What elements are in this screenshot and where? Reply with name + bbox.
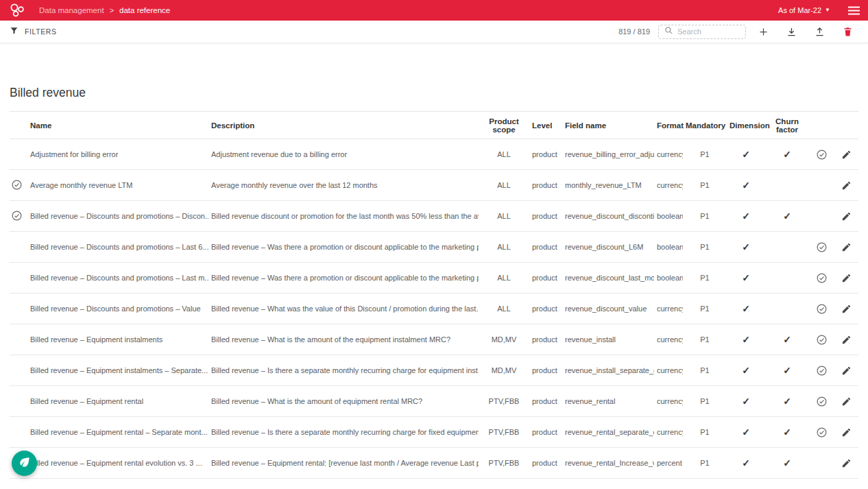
edit-button[interactable] bbox=[840, 333, 853, 346]
approve-button[interactable] bbox=[815, 425, 829, 440]
section-title: Billed revenue bbox=[10, 86, 858, 100]
cell-name: Billed revenue – Equipment instalments bbox=[27, 324, 208, 355]
churn-factor-check: ✓ bbox=[783, 427, 791, 438]
table-header: Name Description Product scope Level Fie… bbox=[10, 112, 858, 139]
cell-name: Adjustment for billing error bbox=[27, 139, 208, 170]
cell-format: percent bbox=[654, 448, 683, 479]
table-row[interactable]: Billed revenue – Equipment rental evolut… bbox=[10, 448, 858, 479]
cell-mandatory: P1 bbox=[683, 386, 727, 417]
download-button[interactable] bbox=[781, 25, 802, 39]
header-name: Name bbox=[27, 112, 208, 139]
add-button[interactable] bbox=[753, 25, 774, 39]
table-row[interactable]: Billed revenue – Equipment instalments –… bbox=[10, 355, 858, 386]
cell-mandatory: P1 bbox=[683, 448, 727, 479]
edit-button[interactable] bbox=[840, 148, 853, 161]
header-dimension: Dimension bbox=[727, 112, 765, 139]
leaf-icon bbox=[18, 455, 32, 471]
table-row[interactable]: Billed revenue – Discounts and promotion… bbox=[10, 263, 858, 294]
header-level: Level bbox=[529, 112, 562, 139]
fab-eco-button[interactable] bbox=[12, 451, 37, 476]
cell-product-scope: PTV,FBB bbox=[479, 386, 529, 417]
cell-mandatory: P1 bbox=[683, 294, 727, 324]
cell-level: product bbox=[529, 294, 562, 324]
table-row[interactable]: Billed revenue – Discounts and promotion… bbox=[10, 294, 858, 324]
cell-level: product bbox=[529, 232, 562, 263]
dimension-check: ✓ bbox=[742, 457, 750, 468]
table-row[interactable]: Billed revenue – Discounts and promotion… bbox=[10, 201, 858, 232]
menu-icon[interactable] bbox=[848, 6, 860, 15]
edit-button[interactable] bbox=[840, 210, 853, 223]
header-field-name: Field name bbox=[562, 112, 654, 139]
cell-description: Billed revenue – Is there a separate mon… bbox=[208, 417, 479, 448]
cell-mandatory: P1 bbox=[683, 201, 727, 232]
table-row[interactable]: Average monthly revenue LTM Average mont… bbox=[10, 170, 858, 201]
header-description: Description bbox=[208, 112, 479, 139]
cell-product-scope: PTV,FBB bbox=[479, 417, 529, 448]
cell-format: boolean bbox=[654, 232, 683, 263]
as-of-dropdown[interactable]: As of Mar-22 ▼ bbox=[778, 6, 830, 14]
cell-field-name: revenue_discount_value bbox=[562, 294, 654, 324]
status-check-icon bbox=[11, 215, 23, 223]
cell-mandatory: P1 bbox=[683, 139, 727, 170]
cell-level: product bbox=[529, 170, 562, 201]
edit-button[interactable] bbox=[840, 395, 853, 408]
approve-button[interactable] bbox=[815, 363, 829, 378]
edit-button[interactable] bbox=[840, 302, 853, 315]
dimension-check: ✓ bbox=[742, 365, 750, 376]
cell-product-scope: ALL bbox=[479, 232, 529, 263]
dimension-check: ✓ bbox=[742, 180, 750, 191]
cell-field-name: revenue_discount_disconti... bbox=[562, 201, 654, 232]
cell-name: Billed revenue – Equipment rental evolut… bbox=[27, 448, 208, 479]
dimension-check: ✓ bbox=[742, 303, 750, 314]
cell-field-name: revenue_install_separate_c... bbox=[562, 355, 654, 386]
cell-product-scope: ALL bbox=[479, 263, 529, 294]
breadcrumb-current: data reference bbox=[119, 6, 170, 14]
approve-button[interactable] bbox=[815, 302, 829, 316]
table-row[interactable]: Billed revenue – Discounts and promotion… bbox=[10, 232, 858, 263]
edit-button[interactable] bbox=[840, 426, 853, 439]
cell-name: Billed revenue – Equipment rental – Sepa… bbox=[27, 417, 208, 448]
cell-description: Billed revenue – Was there a promotion o… bbox=[208, 263, 479, 294]
edit-button[interactable] bbox=[840, 457, 853, 470]
table-row[interactable]: Adjustment for billing error Adjustment … bbox=[10, 139, 858, 170]
edit-button[interactable] bbox=[840, 272, 853, 285]
churn-factor-check: ✓ bbox=[783, 365, 791, 376]
cell-product-scope: PTV,FBB bbox=[479, 448, 529, 479]
approve-button[interactable] bbox=[815, 271, 829, 285]
edit-button[interactable] bbox=[840, 364, 853, 377]
topbar: Data management > data reference As of M… bbox=[0, 0, 868, 21]
table-body: Adjustment for billing error Adjustment … bbox=[10, 139, 858, 479]
approve-button[interactable] bbox=[815, 394, 829, 409]
cell-mandatory: P1 bbox=[683, 324, 727, 355]
row-count: 819 / 819 bbox=[618, 27, 650, 36]
table-row[interactable]: Billed revenue – Equipment rental – Sepa… bbox=[10, 417, 858, 448]
cell-name: Billed revenue – Discounts and promotion… bbox=[27, 294, 208, 324]
dimension-check: ✓ bbox=[742, 334, 750, 345]
filters-label: FILTERS bbox=[25, 27, 57, 36]
search-input[interactable] bbox=[677, 27, 740, 36]
cell-mandatory: P1 bbox=[683, 232, 727, 263]
breadcrumb-separator: > bbox=[110, 6, 114, 14]
cell-format: currency bbox=[654, 294, 683, 324]
cell-name: Billed revenue – Discounts and promotion… bbox=[27, 232, 208, 263]
cell-level: product bbox=[529, 386, 562, 417]
approve-button[interactable] bbox=[815, 147, 829, 162]
table-row[interactable]: Billed revenue – Equipment rental Billed… bbox=[10, 386, 858, 417]
cell-product-scope: MD,MV bbox=[479, 355, 529, 386]
cell-level: product bbox=[529, 263, 562, 294]
dimension-check: ✓ bbox=[742, 241, 750, 252]
table-row[interactable]: Billed revenue – Equipment instalments B… bbox=[10, 324, 858, 355]
churn-factor-check: ✓ bbox=[783, 396, 791, 407]
cell-product-scope: ALL bbox=[479, 201, 529, 232]
approve-button[interactable] bbox=[815, 240, 829, 254]
cell-description: Billed revenue – What is the amount of t… bbox=[208, 324, 479, 355]
delete-button[interactable] bbox=[837, 25, 858, 39]
approve-button[interactable] bbox=[815, 333, 829, 347]
cell-field-name: monthly_revenue_LTM bbox=[562, 170, 654, 201]
toolbar: FILTERS 819 / 819 bbox=[0, 21, 868, 43]
filters-button[interactable]: FILTERS bbox=[10, 26, 57, 37]
breadcrumb-root-link[interactable]: Data management bbox=[39, 6, 104, 14]
edit-button[interactable] bbox=[840, 241, 853, 254]
edit-button[interactable] bbox=[840, 179, 853, 192]
upload-button[interactable] bbox=[809, 25, 830, 39]
